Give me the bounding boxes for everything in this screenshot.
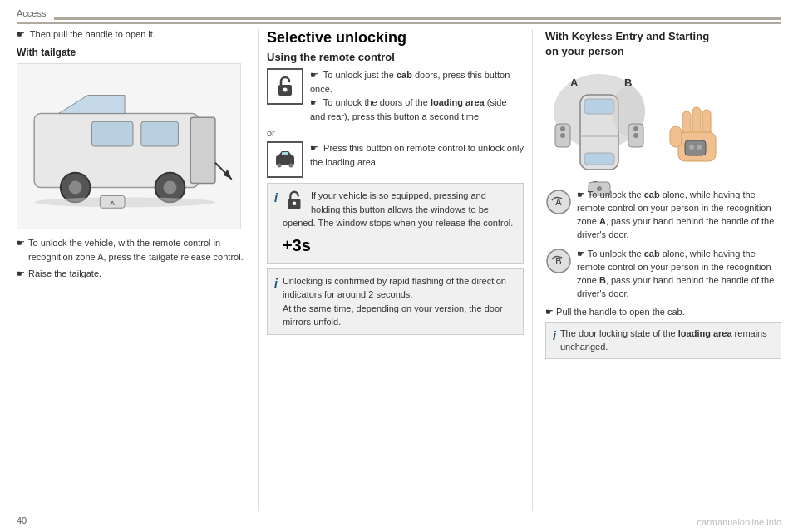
pull-handle-label: Pull the handle to open the cab. <box>556 307 685 317</box>
unlock-entry-text-2: ☛ To unlock the cab alone, while having … <box>577 248 781 301</box>
bottom-info-icon: i <box>553 328 556 345</box>
bullet-item-1: ☛ To unlock the vehicle, with the remote… <box>17 236 245 264</box>
svg-point-22 <box>293 201 297 205</box>
or-text: or <box>267 128 524 138</box>
right-column: With Keyless Entry and Starting on your … <box>532 29 781 511</box>
svg-rect-44 <box>670 126 682 147</box>
info-box-1: i If your vehicle is so equipped, pressi… <box>267 183 524 264</box>
mid-column: Selective unlocking Using the remote con… <box>258 29 532 511</box>
bullet-item-2: ☛ Raise the tailgate. <box>17 267 245 281</box>
unlock-cab-line1: ☛ To unlock just the cab doors, press th… <box>310 68 524 96</box>
unlock-entry-text-1: ☛ To unlock the cab alone, while having … <box>577 189 781 242</box>
svg-point-36 <box>633 126 638 131</box>
info-icon-1: i <box>274 190 278 207</box>
car-remote-icon <box>273 147 298 172</box>
svg-point-33 <box>560 126 565 131</box>
fleur-icon-6: ☛ <box>310 143 318 153</box>
svg-point-46 <box>689 145 694 150</box>
page: Access ☛ Then pull the handle to open it… <box>0 0 798 532</box>
info-box-1-content: If your vehicle is so equipped, pressing… <box>283 190 513 228</box>
svg-rect-28 <box>584 153 614 165</box>
intro-text: ☛ Then pull the handle to open it. <box>17 29 245 40</box>
right-heading: With Keyless Entry and Starting on your … <box>545 29 781 59</box>
svg-rect-10 <box>141 121 179 146</box>
fleur-icon-5: ☛ <box>310 97 318 107</box>
svg-point-34 <box>560 133 565 138</box>
info-box-1-inner: If your vehicle is so equipped, pressing… <box>283 189 516 258</box>
car-diagram: A B C <box>545 66 781 182</box>
svg-marker-8 <box>224 170 232 180</box>
watermark: carmanualonline.info <box>697 517 781 527</box>
page-number: 40 <box>17 515 27 525</box>
svg-point-18 <box>278 164 282 168</box>
unlock-cab-line2: ☛ To unlock the doors of the loading are… <box>310 96 524 123</box>
press-button-text: ☛ Press this button on remote control to… <box>310 141 524 169</box>
svg-point-15 <box>283 88 288 92</box>
svg-point-37 <box>633 133 638 138</box>
info-lock-icon <box>283 189 306 212</box>
with-tailgate-heading: With tailgate <box>17 47 245 58</box>
svg-point-3 <box>69 181 82 195</box>
bottom-info-box: i The door locking state of the loading … <box>545 322 781 359</box>
using-remote-heading: Using the remote control <box>267 51 524 63</box>
content-area: ☛ Then pull the handle to open it. With … <box>17 29 781 511</box>
zone-a-icon: A <box>545 189 572 215</box>
hand-svg <box>662 95 728 186</box>
right-heading-line1: With Keyless Entry and Starting <box>545 30 709 42</box>
tailgate-svg: A <box>17 64 240 229</box>
car-top-view: A B C <box>545 66 653 182</box>
hand-view <box>662 99 728 182</box>
zone-b-icon: B <box>545 248 572 274</box>
fleur-icon-9: ☛ <box>545 307 554 317</box>
info-box-2: i Unlocking is confirmed by rapid flashi… <box>267 268 524 335</box>
tailgate-bullets: ☛ To unlock the vehicle, with the remote… <box>17 236 245 281</box>
car-top-svg: A B C <box>545 66 653 199</box>
info-icon-2: i <box>274 275 278 293</box>
fleur-icon-4: ☛ <box>310 70 318 80</box>
intro-bullet-text: Then pull the handle to open it. <box>30 29 155 39</box>
svg-point-5 <box>164 181 177 195</box>
svg-rect-20 <box>282 152 288 155</box>
svg-rect-27 <box>584 99 614 114</box>
svg-rect-9 <box>91 121 133 146</box>
svg-text:A: A <box>555 197 562 207</box>
zone-b-svg: B <box>545 248 572 274</box>
svg-rect-45 <box>685 140 706 155</box>
right-heading-line2: on your person <box>545 45 624 57</box>
svg-point-19 <box>289 164 293 168</box>
press-button-label: Press this button on remote control to u… <box>310 143 524 167</box>
info-box-2-text: Unlocking is confirmed by rapid flashing… <box>283 274 516 329</box>
tailgate-image: A <box>17 63 241 229</box>
svg-text:A: A <box>111 200 116 207</box>
bullet-text-2: Raise the tailgate. <box>28 267 101 281</box>
zone-a-svg: A <box>545 189 572 215</box>
fleur-icon-3: ☛ <box>17 267 25 281</box>
page-title: Access <box>17 8 46 18</box>
remote-icon-box <box>267 141 303 178</box>
svg-text:B: B <box>555 256 561 266</box>
fleur-icon: ☛ <box>17 29 25 39</box>
unlock-entry-row-2: B ☛ To unlock the cab alone, while havin… <box>545 248 781 301</box>
left-column: ☛ Then pull the handle to open it. With … <box>17 29 258 511</box>
unlock-cab-row: ☛ To unlock just the cab doors, press th… <box>267 68 524 123</box>
unlock-cab-icon-box <box>267 68 303 105</box>
svg-rect-6 <box>190 117 215 183</box>
unlock-cab-text: ☛ To unlock just the cab doors, press th… <box>310 68 524 123</box>
info-box-1-text-block: If your vehicle is so equipped, pressing… <box>283 189 516 258</box>
info-box-1-text: If your vehicle is so equipped, pressing… <box>283 189 516 230</box>
fleur-icon-7: ☛ <box>577 190 585 200</box>
unlock-lock-icon <box>273 74 298 99</box>
plus3s-label: +3s <box>283 233 516 258</box>
press-button-row: ☛ Press this button on remote control to… <box>267 141 524 178</box>
svg-point-47 <box>697 145 702 150</box>
svg-marker-1 <box>59 96 125 114</box>
fleur-icon-8: ☛ <box>577 249 585 259</box>
unlock-entry-row-1: A ☛ To unlock the cab alone, while havin… <box>545 189 781 242</box>
bottom-info-text: The door locking state of the loading ar… <box>560 327 774 354</box>
selective-unlocking-heading: Selective unlocking <box>267 29 524 47</box>
fleur-icon-2: ☛ <box>17 236 25 250</box>
pull-handle-text: ☛ Pull the handle to open the cab. <box>545 307 781 318</box>
top-bar: Access <box>17 8 781 24</box>
svg-text:A: A <box>570 76 579 89</box>
bullet-text-1: To unlock the vehicle, with the remote c… <box>28 236 245 264</box>
